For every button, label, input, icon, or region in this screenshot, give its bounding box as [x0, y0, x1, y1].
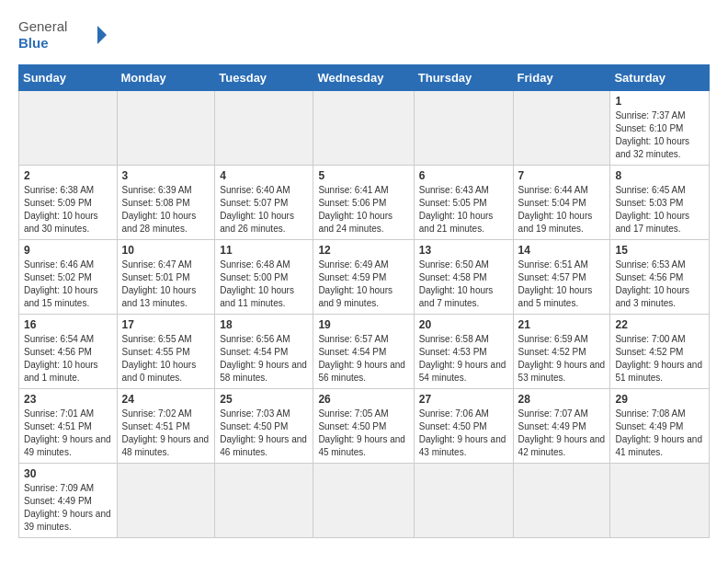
day-number: 29	[615, 393, 704, 406]
day-cell-20: 20Sunrise: 6:58 AM Sunset: 4:53 PM Dayli…	[414, 315, 513, 389]
day-info: Sunrise: 7:08 AM Sunset: 4:49 PM Dayligh…	[615, 408, 704, 459]
day-number: 13	[419, 244, 508, 257]
col-header-friday: Friday	[513, 65, 610, 91]
day-cell-4: 4Sunrise: 6:40 AM Sunset: 5:07 PM Daylig…	[215, 166, 313, 240]
col-header-thursday: Thursday	[414, 65, 513, 91]
week-row-3: 9Sunrise: 6:46 AM Sunset: 5:02 PM Daylig…	[19, 240, 710, 315]
col-header-tuesday: Tuesday	[215, 65, 313, 91]
svg-marker-2	[97, 26, 107, 44]
day-number: 7	[518, 169, 606, 182]
day-info: Sunrise: 7:05 AM Sunset: 4:50 PM Dayligh…	[318, 408, 408, 459]
day-info: Sunrise: 6:43 AM Sunset: 5:05 PM Dayligh…	[419, 184, 508, 236]
day-number: 6	[419, 169, 508, 182]
day-cell-22: 22Sunrise: 7:00 AM Sunset: 4:52 PM Dayli…	[610, 315, 710, 389]
empty-cell	[313, 91, 414, 166]
day-cell-10: 10Sunrise: 6:47 AM Sunset: 5:01 PM Dayli…	[117, 240, 215, 315]
empty-cell	[19, 91, 118, 166]
day-number: 10	[122, 244, 210, 257]
col-header-saturday: Saturday	[610, 65, 710, 91]
day-cell-19: 19Sunrise: 6:57 AM Sunset: 4:54 PM Dayli…	[313, 315, 414, 389]
day-cell-18: 18Sunrise: 6:56 AM Sunset: 4:54 PM Dayli…	[215, 315, 313, 389]
day-number: 20	[419, 318, 508, 331]
day-info: Sunrise: 6:50 AM Sunset: 4:58 PM Dayligh…	[419, 259, 508, 310]
day-number: 11	[220, 244, 308, 257]
day-info: Sunrise: 6:55 AM Sunset: 4:55 PM Dayligh…	[122, 333, 210, 385]
day-info: Sunrise: 6:58 AM Sunset: 4:53 PM Dayligh…	[419, 333, 508, 385]
day-cell-25: 25Sunrise: 7:03 AM Sunset: 4:50 PM Dayli…	[215, 389, 313, 464]
empty-cell	[117, 464, 215, 538]
day-number: 2	[24, 169, 112, 182]
svg-text:Blue: Blue	[18, 35, 49, 51]
day-number: 5	[318, 169, 408, 182]
page: General Blue SundayMondayTuesdayWednesda…	[0, 0, 728, 553]
day-info: Sunrise: 6:53 AM Sunset: 4:56 PM Dayligh…	[615, 259, 704, 310]
calendar-header-row: SundayMondayTuesdayWednesdayThursdayFrid…	[19, 65, 710, 91]
day-number: 17	[122, 318, 210, 331]
day-info: Sunrise: 6:57 AM Sunset: 4:54 PM Dayligh…	[318, 333, 408, 385]
empty-cell	[313, 464, 414, 538]
day-number: 12	[318, 244, 408, 257]
empty-cell	[513, 464, 610, 538]
day-number: 27	[419, 393, 508, 406]
week-row-5: 23Sunrise: 7:01 AM Sunset: 4:51 PM Dayli…	[19, 389, 710, 464]
day-number: 4	[220, 169, 308, 182]
day-cell-17: 17Sunrise: 6:55 AM Sunset: 4:55 PM Dayli…	[117, 315, 215, 389]
day-info: Sunrise: 6:59 AM Sunset: 4:52 PM Dayligh…	[518, 333, 606, 385]
col-header-sunday: Sunday	[19, 65, 118, 91]
day-info: Sunrise: 6:46 AM Sunset: 5:02 PM Dayligh…	[24, 259, 112, 310]
day-number: 16	[24, 318, 112, 331]
day-info: Sunrise: 6:44 AM Sunset: 5:04 PM Dayligh…	[518, 184, 606, 236]
day-number: 18	[220, 318, 308, 331]
day-info: Sunrise: 7:37 AM Sunset: 6:10 PM Dayligh…	[615, 109, 704, 161]
day-cell-9: 9Sunrise: 6:46 AM Sunset: 5:02 PM Daylig…	[19, 240, 118, 315]
logo: General Blue	[18, 15, 110, 55]
day-cell-16: 16Sunrise: 6:54 AM Sunset: 4:56 PM Dayli…	[19, 315, 118, 389]
week-row-6: 30Sunrise: 7:09 AM Sunset: 4:49 PM Dayli…	[19, 464, 710, 538]
day-cell-29: 29Sunrise: 7:08 AM Sunset: 4:49 PM Dayli…	[610, 389, 710, 464]
day-number: 15	[615, 244, 704, 257]
empty-cell	[513, 91, 610, 166]
day-cell-12: 12Sunrise: 6:49 AM Sunset: 4:59 PM Dayli…	[313, 240, 414, 315]
day-cell-11: 11Sunrise: 6:48 AM Sunset: 5:00 PM Dayli…	[215, 240, 313, 315]
day-number: 1	[615, 95, 704, 108]
day-cell-5: 5Sunrise: 6:41 AM Sunset: 5:06 PM Daylig…	[313, 166, 414, 240]
day-info: Sunrise: 6:45 AM Sunset: 5:03 PM Dayligh…	[615, 184, 704, 236]
day-info: Sunrise: 7:06 AM Sunset: 4:50 PM Dayligh…	[419, 408, 508, 459]
day-info: Sunrise: 7:00 AM Sunset: 4:52 PM Dayligh…	[615, 333, 704, 385]
day-info: Sunrise: 6:39 AM Sunset: 5:08 PM Dayligh…	[122, 184, 210, 236]
day-info: Sunrise: 6:56 AM Sunset: 4:54 PM Dayligh…	[220, 333, 308, 385]
day-number: 14	[518, 244, 606, 257]
day-number: 22	[615, 318, 704, 331]
day-cell-30: 30Sunrise: 7:09 AM Sunset: 4:49 PM Dayli…	[19, 464, 118, 538]
day-cell-1: 1Sunrise: 7:37 AM Sunset: 6:10 PM Daylig…	[610, 91, 710, 166]
day-cell-7: 7Sunrise: 6:44 AM Sunset: 5:04 PM Daylig…	[513, 166, 610, 240]
day-number: 28	[518, 393, 606, 406]
day-cell-2: 2Sunrise: 6:38 AM Sunset: 5:09 PM Daylig…	[19, 166, 118, 240]
day-cell-8: 8Sunrise: 6:45 AM Sunset: 5:03 PM Daylig…	[610, 166, 710, 240]
day-number: 9	[24, 244, 112, 257]
empty-cell	[215, 91, 313, 166]
day-number: 8	[615, 169, 704, 182]
day-info: Sunrise: 7:09 AM Sunset: 4:49 PM Dayligh…	[24, 482, 112, 534]
col-header-wednesday: Wednesday	[313, 65, 414, 91]
day-info: Sunrise: 7:02 AM Sunset: 4:51 PM Dayligh…	[122, 408, 210, 459]
col-header-monday: Monday	[117, 65, 215, 91]
day-number: 23	[24, 393, 112, 406]
header: General Blue	[18, 15, 710, 55]
day-cell-27: 27Sunrise: 7:06 AM Sunset: 4:50 PM Dayli…	[414, 389, 513, 464]
generalblue-logo-icon: General Blue	[18, 15, 110, 55]
week-row-4: 16Sunrise: 6:54 AM Sunset: 4:56 PM Dayli…	[19, 315, 710, 389]
day-cell-21: 21Sunrise: 6:59 AM Sunset: 4:52 PM Dayli…	[513, 315, 610, 389]
empty-cell	[610, 464, 710, 538]
day-cell-3: 3Sunrise: 6:39 AM Sunset: 5:08 PM Daylig…	[117, 166, 215, 240]
day-info: Sunrise: 6:54 AM Sunset: 4:56 PM Dayligh…	[24, 333, 112, 385]
day-cell-14: 14Sunrise: 6:51 AM Sunset: 4:57 PM Dayli…	[513, 240, 610, 315]
day-number: 24	[122, 393, 210, 406]
calendar-table: SundayMondayTuesdayWednesdayThursdayFrid…	[18, 64, 710, 538]
day-cell-15: 15Sunrise: 6:53 AM Sunset: 4:56 PM Dayli…	[610, 240, 710, 315]
svg-text:General: General	[18, 18, 67, 34]
day-cell-24: 24Sunrise: 7:02 AM Sunset: 4:51 PM Dayli…	[117, 389, 215, 464]
empty-cell	[117, 91, 215, 166]
day-info: Sunrise: 7:07 AM Sunset: 4:49 PM Dayligh…	[518, 408, 606, 459]
day-cell-26: 26Sunrise: 7:05 AM Sunset: 4:50 PM Dayli…	[313, 389, 414, 464]
